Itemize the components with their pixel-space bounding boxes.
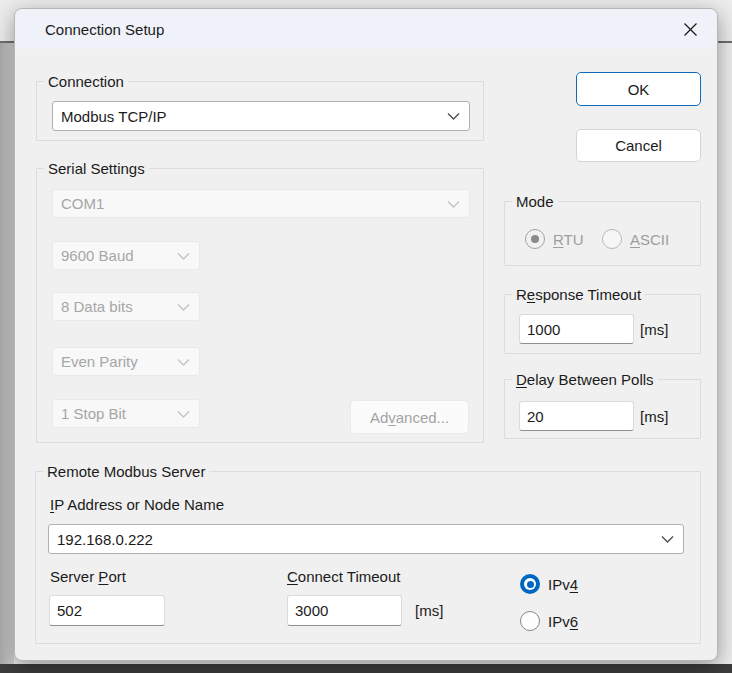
remote-modbus-server-group-label: Remote Modbus Server — [43, 463, 209, 480]
ip-address-value: 192.168.0.222 — [57, 531, 153, 548]
ascii-radio-row: ASCII — [602, 229, 669, 249]
cancel-button-label: Cancel — [615, 137, 662, 154]
ipv4-radio-row[interactable]: IPv4 — [520, 574, 578, 594]
connection-type-dropdown[interactable]: Modbus TCP/IP — [52, 101, 470, 131]
delay-between-polls-group-label: Delay Between Polls — [512, 371, 658, 388]
background-dark-strip — [0, 664, 732, 673]
ok-button-label: OK — [628, 81, 650, 98]
server-port-input[interactable] — [49, 595, 165, 626]
baud-rate-dropdown: 9600 Baud — [52, 241, 200, 270]
connect-timeout-label: Connect Timeout — [287, 568, 400, 585]
cancel-button[interactable]: Cancel — [576, 129, 701, 162]
delay-between-polls-input[interactable] — [519, 401, 634, 431]
connection-group-label: Connection — [44, 73, 128, 90]
com-port-dropdown: COM1 — [52, 189, 470, 218]
serial-settings-group: Serial Settings COM1 9600 Baud 8 Data bi… — [36, 168, 484, 443]
parity-dropdown: Even Parity — [52, 347, 200, 376]
ip-address-dropdown[interactable]: 192.168.0.222 — [48, 524, 684, 554]
mode-group-label: Mode — [512, 193, 558, 210]
mode-group: Mode RTU ASCII — [504, 201, 701, 266]
title-bar: Connection Setup — [15, 9, 717, 49]
delay-between-polls-unit: [ms] — [640, 408, 673, 425]
response-timeout-unit: [ms] — [640, 321, 673, 338]
rtu-radio-row: RTU — [525, 229, 584, 249]
chevron-down-icon — [177, 358, 190, 366]
delay-between-polls-group: Delay Between Polls [ms] — [504, 379, 701, 439]
ascii-radio-label: ASCII — [630, 231, 669, 248]
close-button[interactable] — [671, 15, 709, 43]
com-port-value: COM1 — [61, 195, 104, 212]
response-timeout-input[interactable] — [519, 314, 634, 344]
ipv4-radio[interactable] — [520, 574, 540, 594]
chevron-down-icon — [447, 112, 460, 120]
ascii-radio — [602, 229, 622, 249]
rtu-radio-label: RTU — [553, 231, 584, 248]
connect-timeout-unit: [ms] — [415, 602, 443, 619]
response-timeout-group-label: Response Timeout — [512, 286, 645, 303]
server-port-label: Server Port — [50, 568, 126, 585]
chevron-down-icon — [447, 200, 460, 208]
ipv4-radio-label: IPv4 — [548, 576, 578, 593]
stop-bits-value: 1 Stop Bit — [61, 405, 126, 422]
dialog-title: Connection Setup — [45, 21, 164, 38]
ip-address-label: IP Address or Node Name — [50, 496, 224, 513]
connect-timeout-input[interactable] — [287, 595, 402, 626]
connection-setup-dialog: Connection Setup OK Cancel Connection Mo… — [14, 8, 718, 661]
connection-group: Connection Modbus TCP/IP — [36, 81, 484, 141]
dialog-shadow — [0, 43, 14, 664]
stop-bits-dropdown: 1 Stop Bit — [52, 399, 200, 428]
ipv6-radio-row[interactable]: IPv6 — [520, 611, 578, 631]
data-bits-dropdown: 8 Data bits — [52, 292, 200, 321]
chevron-down-icon — [177, 410, 190, 418]
rtu-radio — [525, 229, 545, 249]
advanced-button-label: Advanced... — [370, 409, 449, 426]
ipv6-radio[interactable] — [520, 611, 540, 631]
serial-settings-group-label: Serial Settings — [44, 160, 149, 177]
chevron-down-icon — [661, 535, 674, 543]
baud-rate-value: 9600 Baud — [61, 247, 134, 264]
chevron-down-icon — [177, 252, 190, 260]
close-icon — [683, 22, 698, 37]
remote-modbus-server-group: Remote Modbus Server IP Address or Node … — [35, 471, 701, 644]
data-bits-value: 8 Data bits — [61, 298, 133, 315]
advanced-button: Advanced... — [350, 400, 469, 434]
ok-button[interactable]: OK — [576, 72, 701, 106]
chevron-down-icon — [177, 303, 190, 311]
ipv6-radio-label: IPv6 — [548, 613, 578, 630]
connection-type-value: Modbus TCP/IP — [61, 108, 167, 125]
response-timeout-group: Response Timeout [ms] — [504, 294, 701, 354]
parity-value: Even Parity — [61, 353, 138, 370]
